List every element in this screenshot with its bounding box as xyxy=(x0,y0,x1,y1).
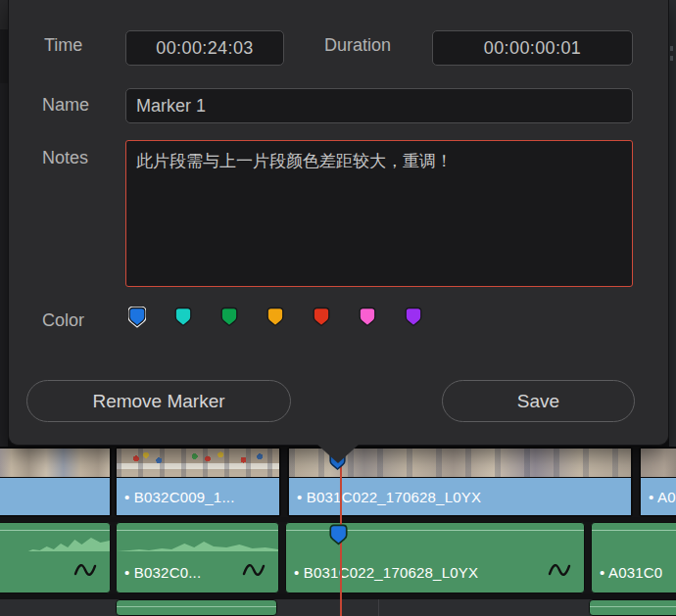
clip-label: • B031C022_170628_L0YX xyxy=(297,489,481,505)
audio-clip[interactable] xyxy=(116,599,277,616)
timeline-marker-icon[interactable] xyxy=(329,524,348,547)
duration-label: Duration xyxy=(324,35,391,56)
color-swatch-blue[interactable] xyxy=(128,307,146,329)
color-swatch-yellow[interactable] xyxy=(266,307,284,329)
color-swatch-purple[interactable] xyxy=(405,307,422,329)
color-swatch-red[interactable] xyxy=(313,307,330,329)
scrollbar-fragment xyxy=(670,46,673,51)
marker-name-input[interactable] xyxy=(125,88,633,123)
notes-textarea[interactable] xyxy=(125,140,633,287)
audio-curve-icon xyxy=(547,560,572,584)
clip-label: • B031C022_170628_L0YX xyxy=(294,564,478,581)
audio-clip[interactable]: • B032C0... xyxy=(116,522,279,593)
audio-waveform xyxy=(0,532,110,551)
audio-curve-icon xyxy=(241,560,266,584)
marker-dialog-screen: • B032C009_1... • B031C022_170628_L0YX •… xyxy=(0,0,676,616)
marker-color-swatches xyxy=(128,307,422,329)
duration-input[interactable] xyxy=(432,30,633,66)
edit-point-indicator xyxy=(378,599,379,616)
audio-clip[interactable] xyxy=(589,599,676,616)
notes-label: Notes xyxy=(42,148,88,168)
audio-track-2 xyxy=(0,599,676,616)
color-label: Color xyxy=(42,310,84,331)
background-right-strip xyxy=(669,0,676,447)
background-left-strip xyxy=(0,0,8,447)
clip-name-bar xyxy=(0,478,110,515)
audio-waveform xyxy=(117,532,278,551)
dialog-pointer-tail xyxy=(316,444,360,463)
clip-name-row: • B032C0... xyxy=(124,556,201,588)
background-left-segment xyxy=(0,0,8,29)
clip-label: • A031C0 xyxy=(600,564,662,581)
clip-name-bar: • A031C0 xyxy=(641,478,676,515)
clip-label: • A031C0 xyxy=(649,489,676,505)
remove-marker-button[interactable]: Remove Marker xyxy=(26,380,291,422)
clip-thumbnail xyxy=(117,449,279,477)
color-swatch-pink[interactable] xyxy=(359,307,376,329)
clip-thumbnail xyxy=(0,449,110,477)
clip-name-bar: • B032C009_1... xyxy=(117,478,279,515)
video-clip[interactable]: • B032C009_1... xyxy=(115,447,281,517)
audio-clip[interactable] xyxy=(0,522,111,593)
video-clip[interactable]: • A031C0 xyxy=(639,447,676,517)
marker-dialog: Time Duration Name Notes Color xyxy=(8,0,669,446)
clip-label: • B032C009_1... xyxy=(124,489,235,505)
video-clip[interactable] xyxy=(0,447,112,517)
background-left-segment xyxy=(0,29,8,83)
scrollbar-fragment xyxy=(670,56,673,61)
time-label: Time xyxy=(44,35,82,56)
audio-clip[interactable]: • A031C0 xyxy=(591,522,676,593)
time-input[interactable] xyxy=(125,30,284,66)
clip-label: • B032C0... xyxy=(124,564,201,581)
clip-thumbnail xyxy=(641,449,676,477)
save-button[interactable]: Save xyxy=(442,380,635,422)
clip-name-row: • B031C022_170628_L0YX xyxy=(294,556,478,588)
timeline: • B032C009_1... • B031C022_170628_L0YX •… xyxy=(0,447,676,616)
name-label: Name xyxy=(42,95,89,116)
color-swatch-green[interactable] xyxy=(220,307,238,329)
clip-name-row: • A031C0 xyxy=(600,556,662,588)
color-swatch-cyan[interactable] xyxy=(174,307,192,329)
audio-curve-icon xyxy=(72,560,98,584)
